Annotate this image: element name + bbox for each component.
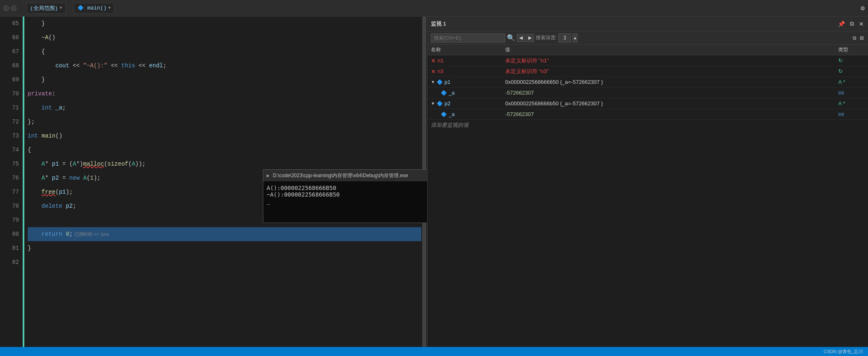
green-bar — [23, 17, 26, 347]
win-min-btn[interactable] — [11, 5, 17, 11]
p2-a-name: _a — [449, 111, 454, 117]
watch-panel: 监视 1 📌 ⧉ ✕ 🔍 ◀ ▶ 搜索深度: ▲ ⧉ ⊞ 名称 值 — [427, 17, 868, 347]
watch-add-row[interactable]: 添加要监视的项 — [428, 120, 868, 131]
line-num-78: 78 — [0, 199, 19, 213]
p2-a-type: int — [838, 111, 844, 117]
terminal-line-1: A():0000022568666B50 — [267, 185, 427, 191]
terminal-cursor: _ — [267, 198, 427, 204]
n3-value: 未定义标识符 "n3" — [505, 68, 549, 74]
code-line-82 — [28, 255, 421, 269]
p2-obj-icon: 🔷 — [437, 101, 443, 107]
code-panel: 65 − 66 67 68 69 70 71 72 − 73 74 75 76 … — [0, 17, 427, 347]
search-nav: ◀ ▶ — [517, 34, 534, 42]
n1-name: n1 — [438, 57, 443, 64]
settings-icon[interactable]: ⚙ — [861, 4, 865, 12]
line-num-79: 79 — [0, 213, 19, 227]
line-num-73: − 73 — [0, 129, 19, 143]
watch-close-btn[interactable]: ✕ — [858, 20, 865, 28]
line-num-69: 69 — [0, 73, 19, 87]
p1-expand-icon[interactable]: ▼ — [431, 80, 435, 84]
watch-header-value: 值 — [502, 46, 835, 53]
terminal-popup: ▶ D:\code\2023\cpp-learning\内存管理\x64\Deb… — [263, 169, 427, 223]
line-num-67: 67 — [0, 45, 19, 59]
function-icon: 🔷 — [78, 5, 84, 11]
line-num-70: 70 — [0, 87, 19, 101]
line-num-80: 80 — [0, 227, 19, 241]
win-close-btn[interactable] — [3, 5, 9, 11]
n3-refresh-icon: ↻ — [838, 68, 843, 74]
p1-a-name: _a — [449, 90, 454, 96]
p1-type: A * — [838, 79, 845, 85]
toolbar: (全局范围) ▼ 🔷 main() ▼ ⚙ — [0, 0, 868, 17]
watch-header-type: 类型 — [835, 46, 868, 53]
watch-copy-btn[interactable]: ⧉ — [852, 34, 857, 42]
search-input[interactable] — [431, 33, 505, 43]
n3-error-icon: ✕ — [431, 68, 436, 75]
watch-header: 监视 1 📌 ⧉ ✕ — [428, 17, 868, 31]
function-text: main() — [87, 5, 106, 11]
function-selector[interactable]: 🔷 main() ▼ — [74, 3, 114, 14]
p2-value: 0x0000022568666b50 {_a=-572662307 } — [505, 100, 603, 107]
code-line-66: ~A() — [28, 31, 421, 45]
timing-label: 已用时间 <= 1ms — [74, 227, 109, 241]
watch-table-header: 名称 值 类型 — [428, 45, 868, 55]
line-num-68: 68 — [0, 59, 19, 73]
line-num-65: 65 — [0, 17, 19, 31]
line-num-75: 75 — [0, 157, 19, 171]
main-area: 65 − 66 67 68 69 70 71 72 − 73 74 75 76 … — [0, 17, 868, 347]
watch-float-btn[interactable]: ⧉ — [849, 19, 855, 28]
code-line-71: int _a; — [28, 101, 421, 115]
watch-row-n1: ✕ n1 未定义标识符 "n1" ↻ — [428, 55, 868, 66]
p1-obj-icon: 🔷 — [437, 79, 443, 85]
search-depth-input[interactable] — [558, 33, 571, 43]
scope-selector[interactable]: (全局范围) ▼ — [26, 3, 66, 14]
n1-error-icon: ✕ — [431, 57, 436, 64]
watch-row-n3: ✕ n3 未定义标识符 "n3" ↻ — [428, 66, 868, 77]
line-num-76: 76 — [0, 171, 19, 185]
p1-a-obj-icon: 🔷 — [441, 90, 447, 96]
n1-refresh-icon: ↻ — [838, 57, 843, 64]
watch-row-p1[interactable]: ▼ 🔷 p1 0x0000022568666650 {_a=-572662307… — [428, 77, 868, 88]
search-next-btn[interactable]: ▶ — [526, 34, 534, 42]
code-line-80: return 0; 已用时间 <= 1ms — [28, 227, 421, 241]
p1-value: 0x0000022568666650 {_a=-572662307 } — [505, 79, 603, 85]
line-num-72: 72 — [0, 115, 19, 129]
code-line-74: { — [28, 143, 421, 157]
watch-table: ✕ n1 未定义标识符 "n1" ↻ ✕ n3 未定义标识符 "n3" — [428, 55, 868, 347]
code-line-67: { — [28, 45, 421, 59]
line-num-66: − 66 — [0, 31, 19, 45]
watch-expand-all-btn[interactable]: ⊞ — [859, 34, 865, 42]
terminal-body[interactable]: A():0000022568666B50 ~A():0000022568666B… — [263, 181, 427, 223]
watch-row-p2-a: 🔷 _a -572662307 int — [428, 109, 868, 120]
terminal-icon: ▶ — [267, 173, 270, 179]
status-left — [5, 349, 6, 354]
function-arrow-icon: ▼ — [108, 6, 111, 10]
code-line-70: private: — [28, 87, 421, 101]
watch-add-label: 添加要监视的项 — [431, 121, 468, 129]
toolbar-middle: (全局范围) ▼ 🔷 main() ▼ — [20, 3, 861, 14]
p1-a-value: -572662307 — [505, 90, 534, 96]
p2-a-obj-icon: 🔷 — [441, 112, 447, 117]
search-prev-btn[interactable]: ◀ — [517, 34, 525, 42]
n1-value: 未定义标识符 "n1" — [505, 57, 549, 64]
watch-title: 监视 1 — [431, 20, 446, 28]
search-depth-label: 搜索深度: — [536, 34, 557, 41]
watch-row-p1-a: 🔷 _a -572662307 int — [428, 88, 868, 98]
code-line-72: }; — [28, 115, 421, 129]
line-num-74: 74 — [0, 143, 19, 157]
watch-header-icons: 📌 ⧉ ✕ — [837, 19, 865, 28]
code-line-81: } — [28, 241, 421, 255]
scope-arrow-icon: ▼ — [59, 6, 62, 10]
search-bar: 🔍 ◀ ▶ 搜索深度: ▲ ⧉ ⊞ — [428, 31, 868, 45]
code-line-75: A* p1 = (A*)malloc(sizeof(A)); — [28, 157, 421, 171]
line-num-81: 81 — [0, 241, 19, 255]
p2-expand-icon[interactable]: ▼ — [431, 101, 435, 106]
toolbar-right: ⚙ — [861, 4, 865, 12]
watch-pin-btn[interactable]: 📌 — [837, 20, 846, 28]
n3-name: n3 — [438, 68, 443, 74]
status-right: CSDN @青色_忘川 — [823, 349, 863, 355]
status-bar: CSDN @青色_忘川 — [0, 347, 868, 356]
scope-text: (全局范围) — [30, 5, 58, 12]
depth-up-btn[interactable]: ▲ — [572, 33, 577, 43]
watch-row-p2[interactable]: ▼ 🔷 p2 0x0000022568666b50 {_a=-572662307… — [428, 98, 868, 109]
